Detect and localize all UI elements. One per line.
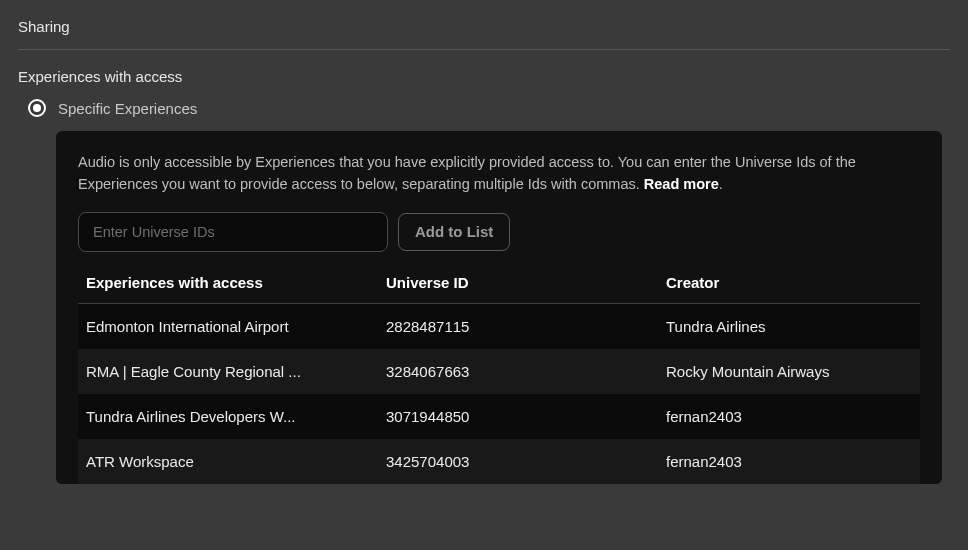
table-row[interactable]: Tundra Airlines Developers W...307194485…: [78, 394, 920, 439]
section-title: Sharing: [18, 18, 950, 49]
cell-universe_id: 3425704003: [386, 453, 666, 470]
desc-text-post: .: [719, 176, 723, 192]
table-row[interactable]: ATR Workspace3425704003fernan2403: [78, 439, 920, 484]
radio-icon: [28, 99, 46, 117]
cell-name: ATR Workspace: [86, 453, 386, 470]
col-header-creator: Creator: [666, 274, 912, 291]
cell-creator: Tundra Airlines: [666, 318, 912, 335]
cell-name: Tundra Airlines Developers W...: [86, 408, 386, 425]
cell-name: Edmonton International Airport: [86, 318, 386, 335]
cell-creator: fernan2403: [666, 453, 912, 470]
table-header-row: Experiences with access Universe ID Crea…: [78, 268, 920, 304]
table-row[interactable]: Edmonton International Airport2828487115…: [78, 304, 920, 349]
access-panel: Audio is only accessible by Experiences …: [56, 131, 942, 484]
radio-label: Specific Experiences: [58, 100, 197, 117]
cell-universe_id: 3071944850: [386, 408, 666, 425]
access-table: Experiences with access Universe ID Crea…: [78, 268, 920, 484]
cell-creator: Rocky Mountain Airways: [666, 363, 912, 380]
col-header-name: Experiences with access: [86, 274, 386, 291]
subsection-title: Experiences with access: [18, 68, 950, 85]
col-header-universe-id: Universe ID: [386, 274, 666, 291]
desc-text: Audio is only accessible by Experiences …: [78, 154, 856, 192]
cell-name: RMA | Eagle County Regional ...: [86, 363, 386, 380]
universe-ids-input[interactable]: [78, 212, 388, 252]
panel-description: Audio is only accessible by Experiences …: [78, 151, 920, 196]
table-row[interactable]: RMA | Eagle County Regional ...328406766…: [78, 349, 920, 394]
cell-creator: fernan2403: [666, 408, 912, 425]
divider: [18, 49, 950, 50]
cell-universe_id: 2828487115: [386, 318, 666, 335]
read-more-link[interactable]: Read more: [644, 176, 719, 192]
add-to-list-button[interactable]: Add to List: [398, 213, 510, 251]
cell-universe_id: 3284067663: [386, 363, 666, 380]
radio-specific-experiences[interactable]: Specific Experiences: [18, 99, 950, 117]
